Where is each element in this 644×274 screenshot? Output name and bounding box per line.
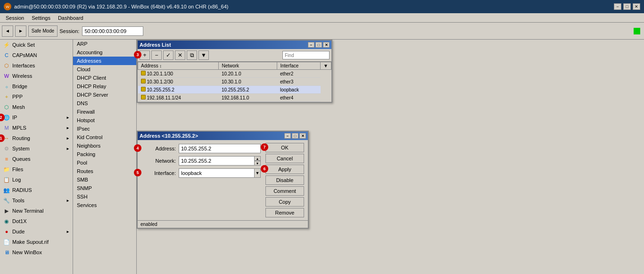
remove-button[interactable]: − xyxy=(151,50,162,60)
title-controls: − □ ✕ xyxy=(612,3,640,10)
menu-session[interactable]: Session xyxy=(2,14,28,22)
maximize-button[interactable]: □ xyxy=(623,3,631,10)
sidebar-item-wireless[interactable]: W Wireless xyxy=(0,71,73,81)
detail-maximize[interactable]: □ xyxy=(292,133,298,139)
submenu-smb[interactable]: SMB xyxy=(73,175,136,184)
sidebar-item-queues[interactable]: ≡ Queues xyxy=(0,154,73,164)
submenu-firewall[interactable]: Firewall xyxy=(73,108,136,116)
col-interface[interactable]: Interface xyxy=(277,62,321,70)
comment-button[interactable]: Comment xyxy=(265,186,304,196)
remove-button[interactable]: Remove xyxy=(265,208,304,217)
address-input[interactable] xyxy=(179,144,261,153)
address-list-close[interactable]: ✕ xyxy=(323,42,330,48)
sidebar-item-ip[interactable]: 2 🌐 IP ► xyxy=(0,112,73,123)
network-input[interactable] xyxy=(179,156,254,166)
find-input[interactable] xyxy=(282,51,330,59)
submenu-addresses[interactable]: Addresses xyxy=(73,57,136,65)
sidebar-label-routing: Routing xyxy=(12,135,30,141)
submenu-dhcp-client[interactable]: DHCP Client xyxy=(73,74,136,82)
sidebar-item-dude[interactable]: ● Dude ► xyxy=(0,226,73,237)
submenu-ssh[interactable]: SSH xyxy=(73,192,136,201)
submenu-pool[interactable]: Pool xyxy=(73,158,136,167)
submenu-cloud[interactable]: Cloud xyxy=(73,65,136,74)
submenu-kid-control[interactable]: Kid Control xyxy=(73,133,136,141)
enable-button[interactable]: ✓ xyxy=(163,50,173,60)
sidebar-item-files[interactable]: 📁 Files xyxy=(0,164,73,174)
table-row[interactable]: 10.20.1.1/30 10.20.1.0 ether2 xyxy=(138,70,331,78)
forward-button[interactable]: ► xyxy=(15,25,26,37)
table-row[interactable]: 192.168.11.1/24 192.168.11.0 ether4 xyxy=(138,94,331,102)
sidebar-item-ppp[interactable]: + PPP xyxy=(0,91,73,102)
table-row[interactable]: 10.30.1.2/30 10.30.1.0 ether3 xyxy=(138,78,331,86)
apply-button[interactable]: Apply xyxy=(265,165,304,174)
submenu-dhcp-server[interactable]: DHCP Server xyxy=(73,91,136,99)
detail-close[interactable]: ✕ xyxy=(299,133,306,139)
submenu-accounting[interactable]: Accounting xyxy=(73,48,136,57)
sidebar-label-wireless: Wireless xyxy=(12,73,32,79)
submenu-neighbors[interactable]: Neighbors xyxy=(73,141,136,150)
disable-button[interactable]: ✕ xyxy=(175,50,185,60)
sidebar-item-make-supout[interactable]: 📄 Make Supout.rif xyxy=(0,237,73,247)
sidebar-label-dude: Dude xyxy=(12,229,25,234)
address-list-toolbar: + − ✓ ✕ ⧉ ▼ xyxy=(138,49,331,62)
sidebar-item-log[interactable]: 📋 Log xyxy=(0,174,73,185)
submenu-services[interactable]: Services xyxy=(73,201,136,209)
col-network[interactable]: Network xyxy=(219,62,277,70)
menu-settings[interactable]: Settings xyxy=(28,14,54,22)
minimize-button[interactable]: − xyxy=(614,3,621,10)
address-list-maximize[interactable]: □ xyxy=(315,42,322,48)
sidebar-item-dot1x[interactable]: ◉ Dot1X xyxy=(0,216,73,226)
interface-dropdown-btn[interactable]: ▼ xyxy=(254,168,261,178)
sidebar-label-bridge: Bridge xyxy=(12,83,27,89)
network-spin-buttons: ▲ ▼ xyxy=(254,156,261,166)
badge-7: 7 xyxy=(261,143,268,151)
network-spin-down[interactable]: ▼ xyxy=(254,161,261,166)
sidebar-item-interfaces[interactable]: ⬡ Interfaces xyxy=(0,60,73,71)
session-input[interactable] xyxy=(82,26,143,36)
sidebar-item-bridge[interactable]: ⬦ Bridge xyxy=(0,81,73,91)
sidebar-item-routing[interactable]: 1 ↔ Routing ► xyxy=(0,133,73,143)
ip-submenu: ARP Accounting Addresses Cloud DHCP Clie… xyxy=(73,40,137,274)
sidebar-item-mesh[interactable]: ⬡ Mesh xyxy=(0,102,73,112)
submenu-dhcp-relay[interactable]: DHCP Relay xyxy=(73,82,136,91)
form-row-interface-container: 5 Interface: ▼ xyxy=(140,168,261,178)
log-icon: 📋 xyxy=(3,176,10,183)
sidebar-item-new-winbox[interactable]: 🖥 New WinBox xyxy=(0,247,73,257)
sidebar-item-quick-set[interactable]: ⚡ Quick Set xyxy=(0,40,73,50)
submenu-snmp[interactable]: SNMP xyxy=(73,184,136,192)
table-row[interactable]: 10.255.255.2 10.255.255.2 loopback xyxy=(138,86,331,94)
sidebar-item-system[interactable]: ⚙ System ► xyxy=(0,143,73,154)
col-address[interactable]: Address ↕ xyxy=(138,62,219,70)
copy-detail-button[interactable]: Copy xyxy=(265,197,304,207)
network-spin-up[interactable]: ▲ xyxy=(254,156,261,161)
address-detail-window: Address <10.255.255.2> − □ ✕ 4 Address: xyxy=(137,131,309,229)
cancel-button[interactable]: Cancel xyxy=(265,154,304,163)
sidebar-item-radius[interactable]: 👥 RADIUS xyxy=(0,185,73,195)
copy-list-button[interactable]: ⧉ xyxy=(187,50,197,60)
system-arrow: ► xyxy=(66,147,70,151)
filter-button[interactable]: ▼ xyxy=(198,50,209,60)
back-button[interactable]: ◄ xyxy=(2,25,13,37)
disable-button[interactable]: Disable xyxy=(265,175,304,185)
submenu-arp[interactable]: ARP xyxy=(73,40,136,48)
close-button[interactable]: ✕ xyxy=(633,3,640,10)
dot1x-icon: ◉ xyxy=(3,217,10,225)
sidebar-item-new-terminal[interactable]: ▶ New Terminal xyxy=(0,206,73,216)
col-filter-arrow[interactable]: ▼ xyxy=(321,62,331,70)
ok-button[interactable]: OK xyxy=(265,143,304,152)
submenu-ipsec[interactable]: IPsec xyxy=(73,125,136,133)
address-list-minimize[interactable]: − xyxy=(308,42,314,48)
sidebar-label-capsman: CAPsMAN xyxy=(12,52,37,58)
submenu-packing[interactable]: Packing xyxy=(73,150,136,158)
submenu-routes[interactable]: Routes xyxy=(73,167,136,175)
menu-dashboard[interactable]: Dashboard xyxy=(54,14,87,22)
detail-minimize[interactable]: − xyxy=(284,133,291,139)
safe-mode-button[interactable]: Safe Mode xyxy=(28,25,58,37)
submenu-hotspot[interactable]: Hotspot xyxy=(73,116,136,125)
address-table: Address ↕ Network Interface ▼ 10.20.1.1/… xyxy=(138,62,331,102)
submenu-dns[interactable]: DNS xyxy=(73,99,136,108)
sidebar-item-capsman[interactable]: C CAPsMAN xyxy=(0,50,73,60)
sidebar-item-tools[interactable]: 🔧 Tools ► xyxy=(0,195,73,206)
sidebar-item-mpls[interactable]: M MPLS ► xyxy=(0,123,73,133)
interface-input[interactable] xyxy=(179,168,254,178)
